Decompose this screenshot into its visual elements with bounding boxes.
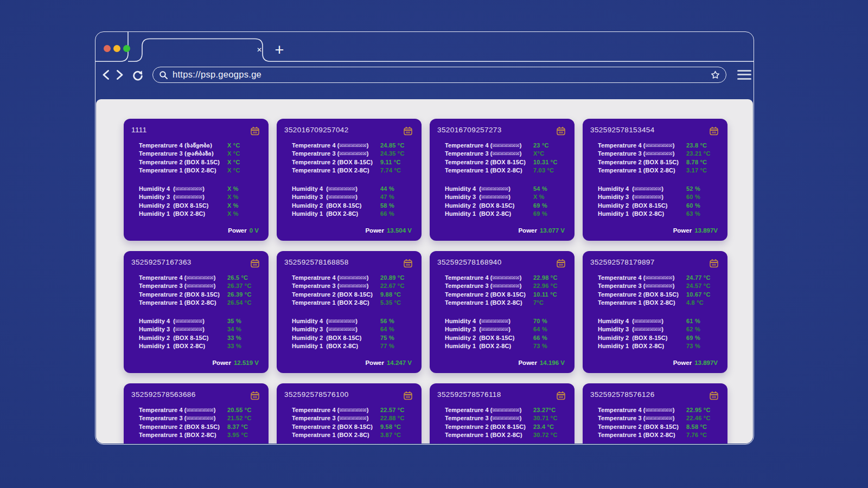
sensor-label: Temperatrure 1(BOX 2-8C) <box>598 432 686 438</box>
temperature-row: Temperatrure 2(BOX 8-15C)9.11 °C <box>292 159 414 167</box>
calendar-icon[interactable] <box>556 126 566 136</box>
power-value: 14.247 V <box>387 359 412 366</box>
calendar-icon[interactable] <box>403 126 413 136</box>
sensor-value: 22.95 °C <box>686 407 720 413</box>
url-bar[interactable]: https://psp.geogps.ge <box>152 67 726 83</box>
sensor-zone: (☒☒☒☒☒☒☒) <box>173 318 205 324</box>
device-card[interactable]: 352592578153454 Temperatrure 4(☒☒☒☒☒☒☒)2… <box>583 119 727 241</box>
sensor-label: Temperatrure 1(BOX 2-8C) <box>445 167 533 174</box>
sensor-value: 69 % <box>686 335 720 341</box>
sensor-label: Temperatrure 1(BOX 2-8C) <box>445 299 533 306</box>
new-tab-button[interactable]: + <box>273 41 286 59</box>
bookmark-star-icon[interactable] <box>710 69 721 81</box>
device-card[interactable]: 352592578168858 Temperatrure 4(☒☒☒☒☒☒☒)2… <box>277 251 422 373</box>
sensor-value: 66 % <box>533 335 567 341</box>
card-header: 352592578576118 <box>437 390 567 400</box>
humidity-row: Humidity 2(BOX 8-15C)69 % <box>598 335 720 343</box>
tab-close-icon[interactable]: ✕ <box>254 46 264 54</box>
temperature-row: Temperatrure 2(BOX 8-15C)8.37 °C <box>139 423 261 432</box>
device-card[interactable]: 352016709257042 Temperatrure 4(☒☒☒☒☒☒☒)2… <box>277 119 422 241</box>
calendar-icon[interactable] <box>403 259 413 268</box>
humidity-row: Humidity 4(☒☒☒☒☒☒☒)35 % <box>139 318 261 326</box>
sensor-zone: (BOX 2-8C) <box>326 343 358 349</box>
device-card[interactable]: 352592578576118 Temperatrure 4(☒☒☒☒☒☒☒)2… <box>430 383 575 444</box>
sensor-zone: (☒☒☒☒☒☒☒) <box>326 194 358 200</box>
back-button[interactable] <box>102 69 110 80</box>
calendar-icon[interactable] <box>250 126 260 136</box>
device-card[interactable]: 352016709257273 Temperatrure 4(☒☒☒☒☒☒☒)2… <box>430 119 575 241</box>
sensor-value: 24.35 °C <box>380 150 414 157</box>
missing-glyph-boxes: ☒☒☒☒☒☒☒ <box>339 143 366 148</box>
reload-button[interactable] <box>131 69 144 82</box>
sensor-value: 9.11 °C <box>380 159 414 165</box>
sensor-label: Temperatrure 1(BOX 2-8C) <box>139 432 227 438</box>
device-card[interactable]: 352592578576100 Temperatrure 4(☒☒☒☒☒☒☒)2… <box>277 383 422 444</box>
calendar-icon[interactable] <box>556 259 566 268</box>
sensor-label: Temperatrure 4(საწყობი) <box>139 142 227 149</box>
calendar-icon[interactable] <box>709 259 719 268</box>
calendar-icon[interactable] <box>709 391 719 400</box>
sensor-value: 70 % <box>533 318 567 324</box>
sensor-zone: (☒☒☒☒☒☒☒) <box>632 326 663 332</box>
sensor-label: Humidity 3(☒☒☒☒☒☒☒) <box>598 194 686 200</box>
menu-button[interactable] <box>737 70 751 80</box>
sensor-zone: (☒☒☒☒☒☒☒) <box>643 150 675 157</box>
sensor-value: 24.85 °C <box>380 142 414 149</box>
power-value: 13.897V <box>694 359 718 366</box>
power-line: Power13.077 V <box>518 227 565 234</box>
sensor-value: 23.8 °C <box>686 142 720 149</box>
card-header: 352592578179897 <box>590 258 720 268</box>
sensor-label: Humidity 2(BOX 8-15C) <box>292 202 380 209</box>
missing-glyph-boxes: ☒☒☒☒☒☒☒ <box>492 284 519 288</box>
sensor-label: Temperatrure 3(☒☒☒☒☒☒☒) <box>139 415 227 421</box>
sensor-zone: (☒☒☒☒☒☒☒) <box>490 274 522 281</box>
close-button[interactable] <box>104 45 111 52</box>
temperature-row: Temperatrure 3(☒☒☒☒☒☒☒)24.35 °C <box>292 150 414 158</box>
sensor-value: 22.57 °C <box>380 407 414 413</box>
sensor-value: 21.52 °C <box>227 415 261 421</box>
sensor-zone: (BOX 8-15C) <box>337 291 373 298</box>
device-card[interactable]: 352592578168940 Temperatrure 4(☒☒☒☒☒☒☒)2… <box>430 251 575 373</box>
url-text[interactable]: https://psp.geogps.ge <box>173 67 261 82</box>
sensor-label: Humidity 1(BOX 2-8C) <box>292 343 380 349</box>
georgian-zone-text: (საწყობი) <box>184 143 213 149</box>
power-label: Power <box>518 359 537 366</box>
browser-tab[interactable] <box>142 38 263 61</box>
sensor-zone: (BOX 8-15C) <box>643 159 679 165</box>
calendar-icon[interactable] <box>403 391 413 400</box>
sensor-value: 26.5 °C <box>227 274 261 281</box>
forward-button[interactable] <box>116 69 124 80</box>
missing-glyph-boxes: ☒☒☒☒☒☒☒ <box>492 275 519 280</box>
humidity-row: Humidity 3(☒☒☒☒☒☒☒)34 % <box>139 326 261 334</box>
minimize-button[interactable] <box>113 45 120 52</box>
missing-glyph-boxes: ☒☒☒☒☒☒☒ <box>492 416 519 421</box>
sensor-value: 26.39 °C <box>227 291 261 298</box>
device-card[interactable]: 352592578179897 Temperatrure 4(☒☒☒☒☒☒☒)2… <box>583 251 727 373</box>
sensor-value: X % <box>227 185 261 192</box>
sensor-value: 5.35 °C <box>380 299 414 306</box>
sensor-label: Temperatrure 2(BOX 8-15C) <box>445 291 533 298</box>
sensor-value: 62 % <box>686 326 720 332</box>
device-card[interactable]: 1111 Temperatrure 4(საწყობი)X °CTemperat… <box>124 119 269 241</box>
device-card[interactable]: 352592578576126 Temperatrure 4(☒☒☒☒☒☒☒)2… <box>583 383 727 444</box>
missing-glyph-boxes: ☒☒☒☒☒☒☒ <box>328 319 355 324</box>
sensor-label: Humidity 4(☒☒☒☒☒☒☒) <box>292 318 380 324</box>
device-card[interactable]: 35259257167363 Temperatrure 4(☒☒☒☒☒☒☒)26… <box>124 251 269 373</box>
device-card[interactable]: 352592578563686 Temperatrure 4(☒☒☒☒☒☒☒)2… <box>124 383 269 444</box>
sensor-zone: (BOX 2-8C) <box>173 210 205 217</box>
sensor-zone: (BOX 2-8C) <box>337 167 369 174</box>
sensor-value: 10.67 °C <box>686 291 720 298</box>
calendar-icon[interactable] <box>556 391 566 400</box>
calendar-icon[interactable] <box>709 126 719 136</box>
maximize-button[interactable] <box>123 45 130 52</box>
temperature-rows: Temperatrure 4(საწყობი)X °CTemperatrure … <box>139 142 261 175</box>
sensor-value: X % <box>227 202 261 209</box>
temperature-row: Temperatrure 4(საწყობი)X °C <box>139 142 261 150</box>
calendar-icon[interactable] <box>250 391 260 400</box>
sensor-label: Temperatrure 4(☒☒☒☒☒☒☒) <box>292 274 380 281</box>
sensor-zone: (☒☒☒☒☒☒☒) <box>337 282 369 289</box>
calendar-icon[interactable] <box>250 259 260 268</box>
sensor-label: Humidity 1(BOX 2-8C) <box>598 210 686 217</box>
temperature-row: Temperatrure 3(☒☒☒☒☒☒☒)22.67 °C <box>292 282 414 291</box>
temperature-rows: Temperatrure 4(☒☒☒☒☒☒☒)22.95 °CTemperatr… <box>598 407 720 440</box>
